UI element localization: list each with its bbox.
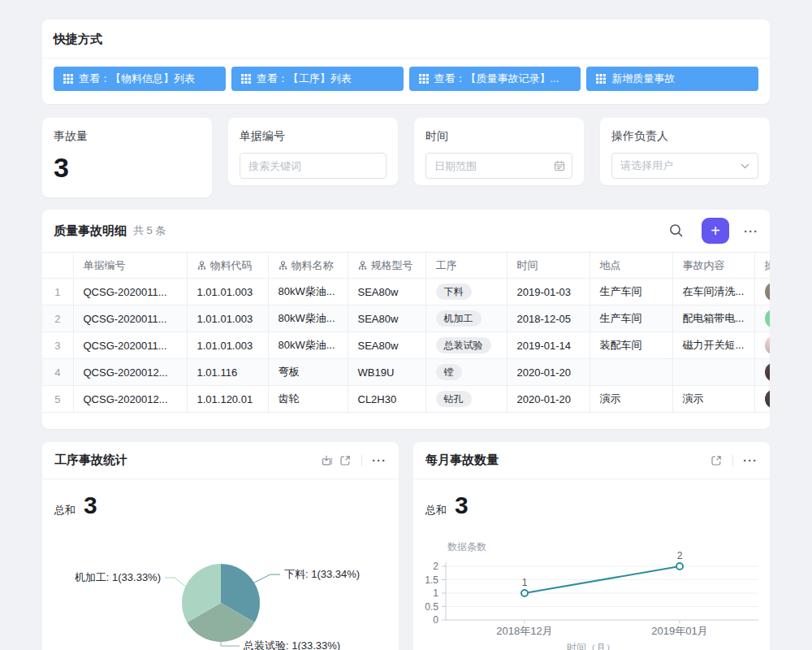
pie-label: 机加工: 1(33.33%) [75,571,161,583]
button-label: 查看：【工序】列表 [257,72,352,86]
view-quality-records-button[interactable]: 查看：【质量事故记录】... [409,67,581,91]
doc-number-search-input[interactable] [240,153,387,179]
avatar [765,309,771,328]
y-tick-label: 1 [433,587,438,599]
charts-row: 工序事故统计 ··· 总和 3 下料: 1(33.34%)总装试验: [42,442,770,650]
button-label: 查看：【质量事故记录】... [434,72,559,86]
table-row-count: 共 5 条 [133,223,166,238]
y-tick-label: 2 [433,561,438,572]
line-card-header: 每月事故数量 ··· [413,442,770,479]
cell-content: 配电箱带电... [672,306,754,332]
cell-content [672,359,754,386]
table-header-row: 单据编号 物料代码 物料名称 规格型号 工序 时间 地点 事故内容 操作负责人 [42,253,770,279]
x-tick-label: 2018年12月 [496,625,552,637]
col-spec-model: 规格型号 [348,253,425,279]
plus-icon: + [710,222,720,240]
view-material-list-button[interactable]: 查看：【物料信息】列表 [54,67,226,91]
cell-material-code: 1.01.01.003 [187,279,268,306]
accident-count-label: 事故量 [54,129,201,144]
process-badge: 镗 [436,364,462,380]
point-label: 1 [522,577,528,588]
col-operator: 操作负责人 [754,253,770,279]
pie-card-header: 工序事故统计 ··· [42,442,399,479]
download-icon [321,454,334,467]
y-axis-title: 数据条数 [447,541,486,552]
cell-spec-model: SEA80w [348,332,425,359]
expand-chart-button[interactable] [710,454,723,467]
search-icon [669,223,684,238]
add-quality-accident-button[interactable]: 新增质量事故 [586,67,758,91]
cell-place: 演示 [590,386,672,413]
doc-number-label: 单据编号 [240,129,387,144]
cell-process: 钻孔 [425,386,507,413]
table-header-bar: 质量事故明细 共 5 条 + ··· [42,210,770,252]
table-search-button[interactable] [669,223,684,238]
pie-label: 总装试验: 1(33.33%) [243,639,340,650]
table-add-record-button[interactable]: + [702,218,729,244]
dashboard-page: 快捷方式 查看：【物料信息】列表 查看：【工序】列表 查看：【质量事故记录】..… [0,0,812,650]
table-row[interactable]: 5 QCSG-2020012... 1.01.120.01 齿轮 CL2H30 … [42,386,770,413]
table-row[interactable]: 4 QCSG-2020012... 1.01.116 弯板 WB19U 镗 20… [42,359,770,386]
table-row[interactable]: 3 QCSG-2020011... 1.01.01.003 80kW柴油... … [42,332,770,359]
cell-doc-number: QCSG-2020012... [73,359,187,386]
pie-card-title: 工序事故统计 [54,453,316,468]
cell-date: 2020-01-20 [507,359,590,386]
cell-material-name: 齿轮 [268,386,348,413]
col-material-name: 物料名称 [268,253,348,279]
accident-count-card: 事故量 3 [42,118,212,197]
series-line [525,566,680,593]
cell-operator [754,306,770,332]
line-sum-row: 总和 3 [413,479,770,518]
table-row[interactable]: 2 QCSG-2020011... 1.01.01.003 80kW柴油... … [42,306,770,332]
grid-icon [596,74,606,84]
col-material-code: 物料代码 [187,253,268,279]
y-tick-label: 0 [433,614,438,626]
operator-select[interactable]: 请选择用户 [611,153,758,179]
cell-spec-model: SEA80w [348,279,425,306]
cell-material-code: 1.01.01.003 [187,332,268,359]
col-process: 工序 [425,253,507,279]
expand-chart-button[interactable] [339,454,352,467]
shortcuts-title: 快捷方式 [42,20,770,58]
cell-spec-model: WB19U [348,359,425,386]
date-range-input[interactable] [425,153,572,179]
cell-content: 在车间清洗... [672,279,754,306]
col-row-number [42,253,73,279]
relation-icon [358,261,367,271]
download-chart-button[interactable] [321,454,334,467]
col-place: 地点 [590,253,672,279]
cell-spec-model: CL2H30 [348,386,425,413]
operator-select-placeholder: 请选择用户 [620,158,673,173]
cell-operator [754,279,770,306]
cell-row-number: 1 [42,279,73,306]
doc-number-filter-card: 单据编号 [228,118,398,185]
pie-slice [182,564,221,622]
point-label: 2 [677,550,683,561]
line-more-menu-button[interactable]: ··· [743,453,758,467]
table-row[interactable]: 1 QCSG-2020011... 1.01.01.003 80kW柴油... … [42,279,770,306]
y-tick-label: 0.5 [425,601,438,613]
cell-material-name: 80kW柴油... [268,306,348,332]
view-process-list-button[interactable]: 查看：【工序】列表 [231,67,404,91]
cell-material-code: 1.01.116 [187,359,268,386]
cell-material-code: 1.01.120.01 [187,386,268,413]
cell-date: 2020-01-20 [507,386,590,413]
cell-material-name: 弯板 [268,359,348,386]
table-more-menu-button[interactable]: ··· [744,224,758,238]
cell-place: 生产车间 [590,306,672,332]
icon-divider [361,455,362,466]
ellipsis-icon: ··· [744,224,758,238]
cell-row-number: 4 [42,359,73,386]
cell-doc-number: QCSG-2020011... [73,332,187,359]
cell-date: 2019-01-03 [507,279,590,306]
pie-slice [221,564,260,622]
col-date: 时间 [507,253,590,279]
filter-row: 事故量 3 单据编号 时间 操作负责人 请选择用户 [42,118,770,197]
pie-more-menu-button[interactable]: ··· [372,453,387,467]
avatar [765,336,771,355]
process-badge: 钻孔 [436,391,472,407]
pie-sum-row: 总和 3 [42,479,399,518]
cell-date: 2018-12-05 [507,306,590,332]
process-badge: 总装试验 [436,337,491,353]
cell-doc-number: QCSG-2020012... [73,386,187,413]
